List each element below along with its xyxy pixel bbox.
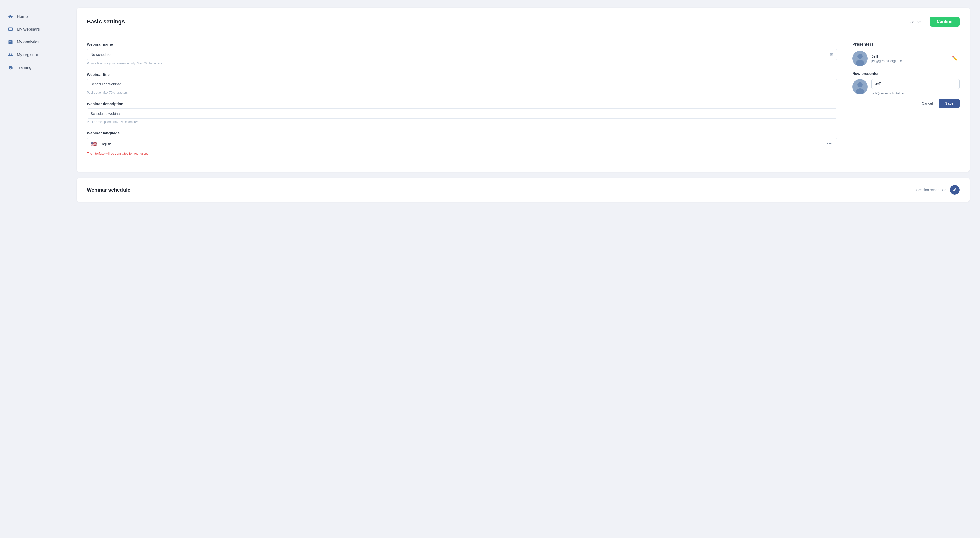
basic-settings-card: Basic settings Cancel Confirm Webinar na… xyxy=(76,8,970,172)
home-icon xyxy=(8,14,13,19)
svg-point-2 xyxy=(856,60,864,66)
left-column: Webinar name No schedule ⊞ Private title… xyxy=(87,42,837,162)
card-header: Basic settings Cancel Confirm xyxy=(87,17,959,27)
webinar-title-group: Webinar title Scheduled webinar Public t… xyxy=(87,72,837,94)
new-presenter-row: jeff@genesisdigital.co Cancel Save xyxy=(853,79,959,108)
new-presenter-avatar xyxy=(853,79,868,94)
sidebar-item-label: Training xyxy=(17,65,32,70)
card-body: Webinar name No schedule ⊞ Private title… xyxy=(87,42,959,162)
webinar-title-hint: Public title. Max 70 characters. xyxy=(87,91,837,94)
webinar-title-value: Scheduled webinar xyxy=(91,82,121,86)
language-options-button[interactable]: ••• xyxy=(825,141,833,147)
sidebar-item-label: Home xyxy=(17,14,28,19)
copy-icon: ⊞ xyxy=(830,52,833,57)
right-column: Presenters Jeff jeff@genesisdigital.co ✏… xyxy=(853,42,959,162)
webinar-title-label: Webinar title xyxy=(87,72,837,76)
svg-point-1 xyxy=(858,54,862,59)
presenter-avatar xyxy=(853,51,868,66)
webinar-name-value: No schedule xyxy=(91,53,110,57)
presenter-email: jeff@genesisdigital.co xyxy=(871,59,946,63)
webinar-language-input-wrapper[interactable]: 🇺🇸 English ••• xyxy=(87,138,837,150)
new-presenter-form: jeff@genesisdigital.co Cancel Save xyxy=(871,79,959,108)
webinar-language-label: Webinar language xyxy=(87,131,837,135)
webinar-language-hint: The interface will be translated for you… xyxy=(87,152,837,156)
main-content: Basic settings Cancel Confirm Webinar na… xyxy=(66,0,980,538)
language-selector: 🇺🇸 English xyxy=(91,141,111,147)
sidebar: Home My webinars My analytics My registr… xyxy=(0,0,66,538)
webinar-name-hint: Private title. For your reference only. … xyxy=(87,62,837,65)
schedule-edit-button[interactable] xyxy=(950,185,959,195)
language-value: English xyxy=(100,142,111,146)
webinar-description-input-wrapper[interactable]: Scheduled webinar xyxy=(87,108,837,119)
cancel-button[interactable]: Cancel xyxy=(905,18,926,26)
webinar-description-group: Webinar description Scheduled webinar Pu… xyxy=(87,102,837,124)
new-presenter-name-input[interactable] xyxy=(871,79,959,89)
webinar-name-label: Webinar name xyxy=(87,42,837,46)
webinar-name-group: Webinar name No schedule ⊞ Private title… xyxy=(87,42,837,65)
schedule-card-header: Webinar schedule Session scheduled xyxy=(87,185,959,195)
sidebar-item-home[interactable]: Home xyxy=(0,10,66,23)
sidebar-item-my-analytics[interactable]: My analytics xyxy=(0,36,66,48)
new-presenter-cancel-button[interactable]: Cancel xyxy=(919,99,936,107)
confirm-button[interactable]: Confirm xyxy=(930,17,959,27)
new-presenter-save-button[interactable]: Save xyxy=(939,99,959,108)
sidebar-item-label: My webinars xyxy=(17,27,40,32)
header-actions: Cancel Confirm xyxy=(905,17,959,27)
webinar-schedule-card: Webinar schedule Session scheduled xyxy=(76,178,970,202)
schedule-title: Webinar schedule xyxy=(87,187,130,193)
header-divider xyxy=(87,35,959,35)
webinar-description-hint: Public description. Max 150 characters xyxy=(87,120,837,124)
webinar-name-input-wrapper[interactable]: No schedule ⊞ xyxy=(87,49,837,60)
session-status: Session scheduled xyxy=(916,188,946,192)
svg-point-4 xyxy=(858,82,862,87)
new-presenter-actions: Cancel Save xyxy=(871,99,959,108)
new-presenter-title: New presenter xyxy=(853,71,959,76)
presenter-edit-button[interactable]: ✏️ xyxy=(950,55,959,62)
svg-point-5 xyxy=(856,88,864,94)
presenter-name: Jeff xyxy=(871,54,946,59)
sidebar-item-label: My analytics xyxy=(17,40,39,45)
existing-presenter: Jeff jeff@genesisdigital.co ✏️ xyxy=(853,51,959,66)
registrants-icon xyxy=(8,52,13,58)
sidebar-item-training[interactable]: Training xyxy=(0,61,66,74)
presenters-title: Presenters xyxy=(853,42,959,47)
analytics-icon xyxy=(8,39,13,45)
presenter-info: Jeff jeff@genesisdigital.co xyxy=(871,54,946,63)
webinar-title-input-wrapper[interactable]: Scheduled webinar xyxy=(87,79,837,89)
sidebar-item-my-registrants[interactable]: My registrants xyxy=(0,48,66,61)
session-info: Session scheduled xyxy=(916,185,959,195)
training-icon xyxy=(8,65,13,70)
page-title: Basic settings xyxy=(87,18,125,25)
sidebar-item-label: My registrants xyxy=(17,53,42,57)
sidebar-item-my-webinars[interactable]: My webinars xyxy=(0,23,66,36)
webinar-description-label: Webinar description xyxy=(87,102,837,106)
webinar-language-group: Webinar language 🇺🇸 English ••• The inte… xyxy=(87,131,837,156)
webinar-description-value: Scheduled webinar xyxy=(91,111,121,116)
flag-icon: 🇺🇸 xyxy=(91,141,97,147)
webinars-icon xyxy=(8,27,13,32)
new-presenter-email: jeff@genesisdigital.co xyxy=(871,91,959,95)
